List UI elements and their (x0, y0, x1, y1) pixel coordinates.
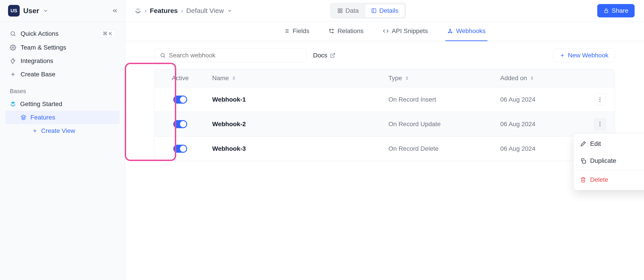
nav-label: Quick Actions (20, 30, 58, 37)
tab-fields[interactable]: Fields (282, 22, 311, 41)
nav-quick-actions[interactable]: Quick Actions ⌘ K (5, 26, 120, 41)
webhook-name: Webhook-1 (206, 96, 382, 103)
active-toggle[interactable] (173, 96, 187, 104)
sort-icon (530, 76, 534, 80)
details-icon (371, 8, 376, 13)
breadcrumb-separator: › (144, 7, 147, 14)
table-label: Features (30, 114, 55, 121)
base-getting-started[interactable]: Getting Started (5, 97, 120, 111)
table-row[interactable]: Webhook-3 On Record Delete 06 Aug 2024 (154, 136, 615, 161)
new-webhook-button[interactable]: New Webhook (553, 48, 615, 62)
external-link-icon (330, 53, 336, 58)
nav-label: Create Base (20, 71, 56, 78)
menu-label: Delete (590, 176, 608, 183)
table-row[interactable]: Webhook-2 On Record Update 06 Aug 2024 (154, 112, 615, 136)
svg-point-21 (332, 32, 333, 33)
svg-rect-7 (338, 9, 340, 10)
workspace-switcher[interactable]: US User (0, 0, 125, 22)
svg-rect-8 (340, 9, 342, 10)
breadcrumb-table[interactable]: Features (150, 7, 178, 14)
create-view-button[interactable]: Create View (5, 124, 120, 138)
nav-label: Team & Settings (20, 44, 66, 51)
svg-point-0 (11, 32, 14, 35)
chevron-down-icon[interactable] (227, 8, 232, 13)
code-icon (383, 28, 389, 34)
active-toggle[interactable] (173, 120, 187, 128)
segment-data[interactable]: Data (331, 4, 365, 17)
relations-icon (328, 28, 334, 34)
create-view-label: Create View (41, 127, 75, 135)
plus-icon (560, 53, 565, 58)
segment-label: Details (379, 7, 398, 14)
webhooks-table: Active Name Type Added on Webhook-1 On R… (154, 69, 615, 161)
svg-rect-37 (582, 160, 586, 163)
main-area: › Features › Default View Data Details S… (125, 0, 644, 280)
search-webhook[interactable] (154, 48, 306, 62)
menu-duplicate[interactable]: Duplicate (574, 152, 644, 169)
chevron-down-icon (43, 8, 48, 14)
table-row[interactable]: Webhook-1 On Record Insert 06 Aug 2024 (154, 87, 615, 112)
row-context-menu: Edit Duplicate Delete (573, 133, 644, 190)
lock-icon (604, 8, 609, 13)
svg-line-27 (164, 56, 165, 58)
search-input[interactable] (169, 52, 301, 59)
docs-label: Docs (313, 52, 327, 59)
detail-tabs: Fields Relations API Snippets Webhooks (125, 22, 644, 41)
menu-label: Duplicate (590, 157, 616, 164)
base-icon (10, 101, 16, 107)
content-area: Docs New Webhook Active Name Type Added … (125, 41, 644, 168)
bases-section-label: Bases (5, 81, 120, 97)
docs-link[interactable]: Docs (313, 52, 336, 59)
svg-point-2 (12, 47, 14, 48)
segment-label: Data (346, 7, 359, 14)
menu-edit[interactable]: Edit (574, 135, 644, 152)
table-header: Active Name Type Added on (154, 69, 615, 87)
nav-create-base[interactable]: Create Base (5, 68, 120, 81)
user-name: User (23, 7, 39, 15)
search-icon (160, 52, 166, 58)
svg-rect-9 (338, 11, 340, 13)
integrations-icon (10, 58, 16, 64)
sort-icon (405, 76, 409, 80)
row-actions-button[interactable] (594, 118, 606, 130)
tab-relations[interactable]: Relations (327, 22, 366, 41)
topbar: › Features › Default View Data Details S… (125, 0, 644, 22)
sort-icon (232, 76, 236, 80)
share-label: Share (612, 7, 628, 14)
table-features[interactable]: Features (5, 111, 120, 124)
svg-rect-10 (340, 11, 342, 13)
tab-api-snippets[interactable]: API Snippets (381, 22, 430, 41)
collapse-sidebar-icon[interactable] (112, 7, 118, 14)
segment-details[interactable]: Details (365, 4, 405, 17)
svg-point-24 (448, 32, 449, 33)
breadcrumb-view[interactable]: Default View (186, 7, 224, 14)
breadcrumb-separator: › (181, 7, 183, 14)
svg-line-1 (14, 35, 15, 36)
svg-point-34 (600, 122, 600, 123)
webhook-date: 06 Aug 2024 (494, 96, 588, 103)
nav-integrations[interactable]: Integrations (5, 54, 120, 68)
svg-point-33 (600, 101, 600, 102)
active-toggle[interactable] (173, 145, 187, 153)
tab-webhooks[interactable]: Webhooks (446, 22, 488, 41)
base-icon (134, 7, 141, 14)
webhook-type: On Record Delete (382, 145, 494, 152)
trash-icon (580, 177, 586, 183)
row-actions-button[interactable] (594, 94, 606, 105)
col-type[interactable]: Type (382, 75, 494, 82)
svg-point-22 (332, 29, 333, 30)
tab-label: Fields (292, 27, 309, 35)
share-button[interactable]: Share (597, 4, 634, 17)
col-added-on[interactable]: Added on (494, 75, 588, 82)
breadcrumb: › Features › Default View (134, 7, 232, 14)
grid-icon (338, 8, 343, 13)
gear-icon (10, 44, 16, 51)
tab-label: Relations (338, 27, 364, 35)
svg-point-25 (451, 32, 452, 33)
menu-delete[interactable]: Delete (574, 170, 644, 188)
nav-team-settings[interactable]: Team & Settings (5, 41, 120, 54)
col-name[interactable]: Name (206, 75, 382, 82)
svg-rect-11 (372, 9, 376, 13)
svg-point-32 (600, 99, 600, 100)
webhook-date: 06 Aug 2024 (494, 121, 588, 128)
